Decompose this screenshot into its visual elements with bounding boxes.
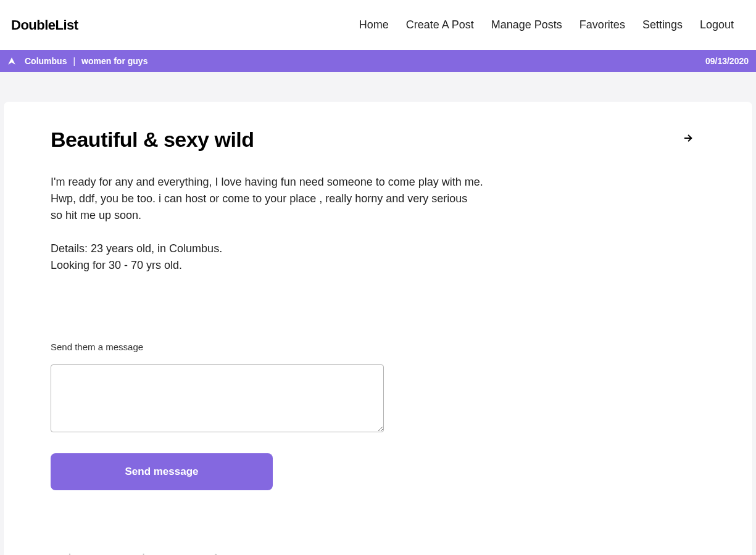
nav-manage-posts[interactable]: Manage Posts xyxy=(491,18,562,31)
breadcrumb-separator: | xyxy=(73,56,75,66)
nav-favorites[interactable]: Favorites xyxy=(579,18,625,31)
favorites-button[interactable]: Favorites xyxy=(63,552,122,555)
title-row: Beautiful & sexy wild xyxy=(51,128,705,152)
main-header: DoubleList Home Create A Post Manage Pos… xyxy=(0,0,756,50)
post-date: 09/13/2020 xyxy=(705,56,749,66)
flag-icon xyxy=(141,552,154,555)
main-nav: Home Create A Post Manage Posts Favorite… xyxy=(359,18,745,31)
star-icon xyxy=(63,552,77,555)
sub-header: Columbus | women for guys 09/13/2020 xyxy=(0,50,756,72)
location-icon xyxy=(7,57,16,65)
nav-settings[interactable]: Settings xyxy=(642,18,683,31)
breadcrumb-location[interactable]: Columbus xyxy=(25,56,67,66)
next-arrow-icon[interactable] xyxy=(679,130,697,150)
nav-logout[interactable]: Logout xyxy=(700,18,734,31)
logo[interactable]: DoubleList xyxy=(11,17,78,33)
message-label: Send them a message xyxy=(51,342,705,352)
post-card: Beautiful & sexy wild I'm ready for any … xyxy=(4,102,752,555)
send-message-button[interactable]: Send message xyxy=(51,453,273,490)
report-button[interactable]: Report xyxy=(141,552,189,555)
message-input[interactable] xyxy=(51,364,384,432)
message-section: Send them a message Send message xyxy=(51,342,705,490)
post-title: Beautiful & sexy wild xyxy=(51,128,254,152)
breadcrumb: Columbus | women for guys xyxy=(7,56,147,66)
breadcrumb-category[interactable]: women for guys xyxy=(81,56,147,66)
thumbs-up-icon xyxy=(208,552,222,555)
action-bar: Favorites Report Like xyxy=(51,552,705,555)
nav-home[interactable]: Home xyxy=(359,18,389,31)
nav-create-post[interactable]: Create A Post xyxy=(406,18,474,31)
post-body: I'm ready for any and everything, I love… xyxy=(51,174,495,274)
like-button[interactable]: Like xyxy=(208,552,246,555)
